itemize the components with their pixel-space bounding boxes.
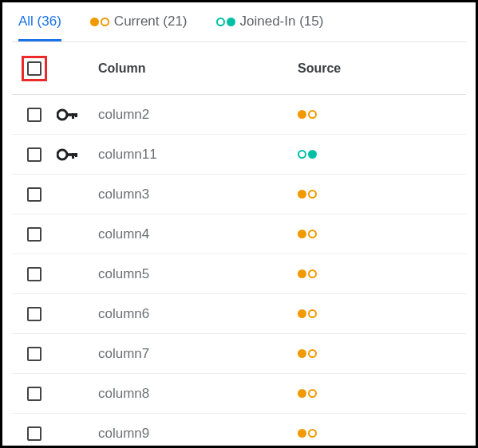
joined-dots-icon — [216, 18, 235, 26]
source-indicator — [298, 110, 466, 119]
svg-rect-3 — [75, 113, 77, 117]
source-indicator — [298, 190, 466, 198]
source-indicator — [298, 309, 466, 318]
table-row: column9 — [12, 414, 466, 442]
svg-rect-2 — [72, 113, 74, 119]
row-checkbox[interactable] — [27, 426, 41, 441]
joined-dots-icon — [298, 150, 317, 159]
tab-current-label: Current (21) — [114, 14, 188, 29]
source-indicator — [298, 429, 466, 438]
key-icon — [57, 108, 79, 121]
column-name: column8 — [98, 386, 298, 402]
column-name: column5 — [98, 266, 298, 282]
current-dots-icon — [298, 230, 317, 238]
current-dots-icon — [298, 349, 317, 358]
column-name: column6 — [98, 306, 298, 322]
source-indicator — [298, 269, 466, 278]
source-indicator — [298, 150, 466, 159]
row-checkbox[interactable] — [27, 387, 41, 401]
source-indicator — [298, 230, 466, 238]
tabs-bar: All (36) Current (21) Joined-In (15) — [12, 2, 466, 42]
row-checkbox[interactable] — [27, 147, 41, 162]
current-dots-icon — [298, 309, 317, 318]
column-name: column2 — [98, 107, 298, 123]
table-row: column6 — [12, 294, 466, 334]
current-dots-icon — [298, 269, 317, 278]
current-dots-icon — [298, 190, 317, 198]
table-row: column5 — [12, 254, 466, 294]
row-checkbox[interactable] — [27, 267, 41, 281]
select-all-highlight — [22, 56, 47, 81]
current-dots-icon — [298, 429, 317, 438]
table-row: column3 — [12, 175, 466, 214]
column-name: column3 — [98, 187, 298, 202]
table-row: column4 — [12, 214, 466, 254]
tab-all-label: All (36) — [18, 14, 61, 29]
current-dots-icon — [90, 18, 109, 26]
svg-point-4 — [57, 150, 67, 159]
row-checkbox[interactable] — [27, 108, 41, 122]
table-header-row: Column Source — [12, 42, 466, 95]
column-name: column9 — [98, 426, 298, 442]
column-name: column7 — [98, 346, 298, 362]
table-row: column7 — [12, 334, 466, 374]
tab-joined-label: Joined-In (15) — [240, 14, 324, 29]
current-dots-icon — [298, 389, 317, 398]
table-row: column2 — [12, 95, 466, 135]
row-checkbox[interactable] — [27, 227, 41, 242]
row-checkbox[interactable] — [27, 347, 41, 361]
svg-rect-7 — [75, 153, 77, 157]
select-all-checkbox[interactable] — [27, 61, 41, 76]
current-dots-icon — [298, 110, 317, 119]
header-column: Column — [98, 61, 298, 76]
tab-current[interactable]: Current (21) — [90, 14, 188, 41]
row-checkbox[interactable] — [27, 187, 41, 202]
tab-all[interactable]: All (36) — [18, 14, 61, 41]
svg-point-0 — [57, 110, 67, 120]
key-icon — [57, 148, 79, 161]
tab-joined-in[interactable]: Joined-In (15) — [216, 14, 324, 41]
source-indicator — [298, 389, 466, 398]
svg-rect-6 — [72, 153, 74, 159]
header-source: Source — [298, 61, 466, 76]
table-row: column8 — [12, 374, 466, 414]
table-row: column11 — [12, 135, 466, 175]
column-name: column11 — [98, 147, 298, 163]
column-name: column4 — [98, 226, 298, 242]
row-checkbox[interactable] — [27, 307, 41, 321]
source-indicator — [298, 349, 466, 358]
columns-table: Column Source column2column11column3colu… — [12, 42, 466, 442]
